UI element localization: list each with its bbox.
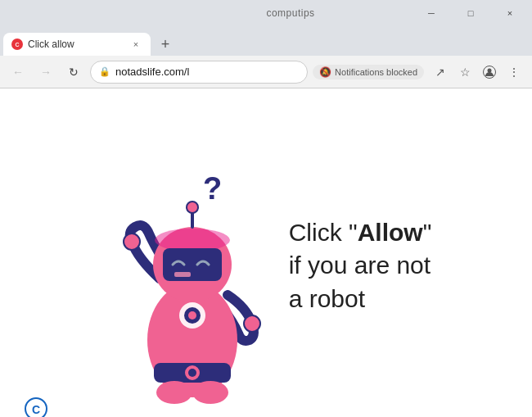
notifications-blocked-button[interactable]: 🔕 Notifications blocked [313, 65, 424, 79]
title-bar-wrapper: computips ─ □ × [0, 0, 532, 26]
svg-text:C: C [32, 403, 40, 416]
tab-bar: C Click allow × + [0, 26, 532, 56]
lock-icon: 🔒 [99, 66, 110, 77]
svg-point-17 [187, 202, 198, 213]
notifications-blocked-label: Notifications blocked [335, 67, 417, 77]
share-icon[interactable]: ↗ [429, 61, 452, 84]
maximize-button[interactable]: □ [452, 0, 489, 26]
svg-point-10 [188, 369, 196, 377]
back-button[interactable]: ← [7, 61, 29, 84]
svg-rect-15 [174, 272, 191, 277]
minimize-button[interactable]: ─ [413, 0, 450, 26]
svg-point-13 [155, 229, 230, 252]
notification-bell-icon: 🔕 [319, 66, 331, 78]
toolbar-actions: ↗ ☆ ⋮ [429, 61, 525, 84]
page-content: ? [0, 88, 532, 417]
tab-close-button[interactable]: × [129, 38, 142, 51]
svg-point-5 [124, 233, 140, 250]
url-text: notadslife.com/l [115, 66, 189, 78]
svg-point-22 [192, 381, 228, 404]
forward-button[interactable]: → [34, 61, 57, 84]
svg-text:?: ? [203, 171, 222, 206]
tab-title: Click allow [28, 39, 124, 50]
svg-point-21 [156, 381, 192, 404]
profile-icon[interactable] [478, 61, 501, 84]
toolbar: ← → ↻ 🔒 notadslife.com/l 🔕 Notifications… [0, 56, 532, 88]
ecaptcha-logo: C E-CAPTCHA [13, 397, 60, 417]
window-controls: ─ □ × [409, 0, 532, 26]
tab-favicon: C [11, 39, 23, 50]
ecaptcha-icon: C [25, 397, 47, 417]
svg-point-6 [244, 315, 260, 332]
robot-illustration: ? [101, 143, 281, 389]
bookmark-icon[interactable]: ☆ [453, 61, 476, 84]
message-line2: if you are not [289, 249, 432, 283]
svg-text:C: C [15, 42, 19, 48]
message-line3: a robot [289, 283, 432, 316]
close-button[interactable]: × [491, 0, 529, 26]
address-bar[interactable]: 🔒 notadslife.com/l [90, 61, 308, 84]
message-container: Click "Allow" if you are not a robot [289, 216, 432, 316]
svg-point-20 [188, 311, 196, 320]
refresh-button[interactable]: ↻ [62, 61, 85, 84]
menu-icon[interactable]: ⋮ [503, 61, 525, 84]
active-tab[interactable]: C Click allow × [3, 33, 151, 56]
svg-point-3 [488, 68, 492, 72]
new-tab-button[interactable]: + [154, 33, 177, 56]
page-inner: ? [101, 143, 432, 389]
allow-bold: Allow [358, 219, 423, 246]
page-message: Click "Allow" if you are not a robot [289, 216, 432, 316]
message-line1: Click "Allow" [289, 216, 432, 250]
